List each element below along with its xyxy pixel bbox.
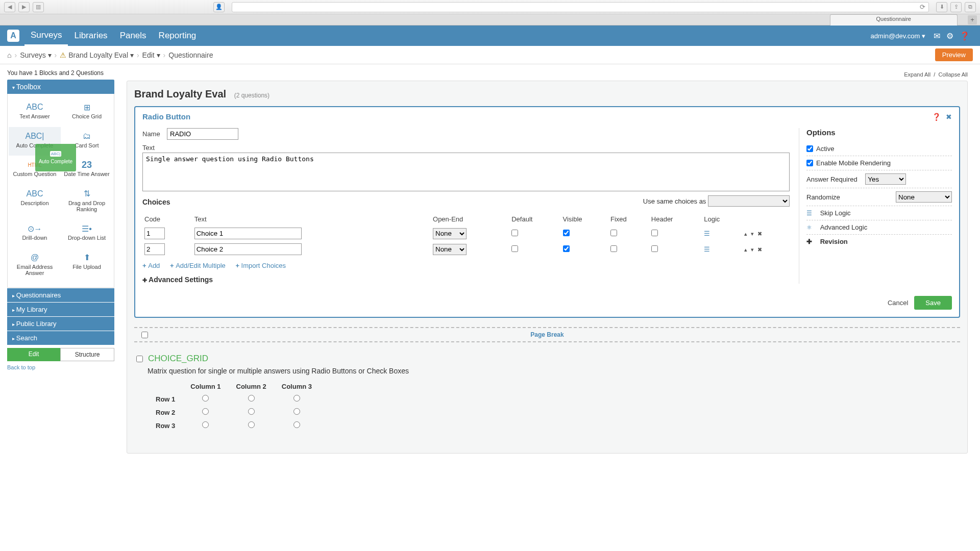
choices-table: Code Text Open-End Default Visible Fixed… — [142, 212, 790, 258]
bc-survey[interactable]: ⚠Brand Loyalty Eval ▾ — [60, 51, 134, 59]
fixed-checkbox[interactable] — [610, 245, 617, 252]
new-tab-button[interactable]: + — [968, 15, 977, 24]
tool-dropdown-list[interactable]: ☰•Drop-down List — [61, 219, 113, 248]
fixed-checkbox[interactable] — [610, 230, 617, 236]
openend-select[interactable]: None — [433, 244, 467, 255]
browser-tab[interactable]: Questionnaire — [830, 14, 958, 26]
tool-choice-grid[interactable]: ⊞Choice Grid — [61, 98, 113, 127]
grid-radio[interactable] — [202, 395, 209, 402]
pagebreak-checkbox[interactable] — [141, 332, 148, 338]
acc-public-library[interactable]: Public Library — [7, 317, 114, 331]
nav-sidebar-icon[interactable]: ▥ — [33, 2, 44, 12]
logic-icon[interactable]: ☰ — [704, 230, 710, 237]
collapse-all[interactable]: Collapse All — [939, 71, 968, 78]
text-input[interactable]: Single answer question using Radio Butto… — [142, 153, 790, 191]
col-header: Header — [650, 213, 702, 225]
choice-text-input[interactable] — [194, 243, 302, 255]
grid-radio[interactable] — [293, 408, 300, 415]
nav-reporting[interactable]: Reporting — [153, 27, 203, 45]
logic-icon[interactable]: ☰ — [704, 245, 710, 253]
active-checkbox[interactable] — [806, 145, 813, 152]
save-button[interactable]: Save — [914, 296, 952, 310]
nav-surveys[interactable]: Surveys — [24, 26, 68, 46]
visible-checkbox[interactable] — [563, 245, 570, 252]
q2-checkbox[interactable] — [136, 356, 143, 362]
advanced-settings[interactable]: Advanced Settings — [142, 276, 790, 284]
row-controls[interactable]: ▴ ▾ ✖ — [744, 246, 763, 253]
tool-text-answer[interactable]: ABCText Answer — [9, 98, 61, 127]
tool-email-answer[interactable]: @Email Address Answer — [9, 248, 61, 284]
default-checkbox[interactable] — [511, 230, 518, 236]
tool-drill-down[interactable]: ⊙→Drill-down — [9, 219, 61, 248]
mail-icon[interactable]: ✉ — [934, 31, 940, 41]
tabs-icon[interactable]: ⧉ — [965, 2, 976, 12]
tool-description[interactable]: ABCDescription — [9, 185, 61, 220]
address-bar[interactable]: ⟳ — [232, 2, 929, 12]
same-choices-select[interactable] — [708, 195, 790, 207]
choice-text-input[interactable] — [194, 228, 302, 239]
active-label: Active — [816, 145, 834, 153]
openend-select[interactable]: None — [433, 228, 467, 239]
grid-radio[interactable] — [248, 408, 255, 415]
nav-forward-icon[interactable]: ▶ — [18, 2, 30, 12]
acc-my-library[interactable]: My Library — [7, 303, 114, 316]
nav-back-icon[interactable]: ◀ — [4, 2, 15, 12]
tab-edit[interactable]: Edit — [7, 348, 60, 361]
acc-questionnaires[interactable]: Questionnaires — [7, 288, 114, 302]
share-icon[interactable]: ⇪ — [950, 2, 962, 12]
tool-custom-question[interactable]: HTMLCustom Question — [9, 156, 61, 185]
add-edit-multiple[interactable]: Add/Edit Multiple — [170, 262, 226, 269]
tool-file-upload[interactable]: ⬆File Upload — [61, 248, 113, 284]
header-checkbox[interactable] — [651, 245, 658, 252]
cancel-button[interactable]: Cancel — [888, 299, 908, 307]
q2-title[interactable]: CHOICE_GRID — [148, 354, 208, 364]
toolbox-header[interactable]: Toolbox — [7, 80, 114, 94]
randomize-select[interactable]: None — [896, 191, 952, 203]
bc-surveys[interactable]: Surveys ▾ — [20, 51, 51, 59]
reader-icon[interactable]: 👤 — [213, 2, 225, 12]
tool-drag-drop-ranking[interactable]: ⇅Drag and Drop Ranking — [61, 185, 113, 220]
sidebar: You have 1 Blocks and 2 Questions Toolbo… — [0, 64, 114, 461]
tool-auto-complete[interactable]: ABC|Auto Complete — [9, 127, 61, 156]
nav-panels[interactable]: Panels — [114, 27, 153, 45]
skip-logic-row[interactable]: ☰ Skip Logic — [806, 206, 952, 220]
nav-libraries[interactable]: Libraries — [68, 27, 113, 45]
page-break[interactable]: Page Break — [134, 327, 960, 342]
grid-radio[interactable] — [248, 395, 255, 402]
download-icon[interactable]: ⬇ — [936, 2, 947, 12]
choice-code-input[interactable] — [144, 228, 165, 239]
choice-code-input[interactable] — [144, 243, 165, 255]
back-to-top[interactable]: Back to top — [7, 364, 114, 370]
grid-radio[interactable] — [248, 421, 255, 428]
preview-button[interactable]: Preview — [935, 48, 973, 61]
import-choices[interactable]: Import Choices — [235, 262, 286, 269]
user-menu[interactable]: admin@dev.com ▾ — [871, 32, 925, 40]
advanced-logic-row[interactable]: ⚛ Advanced Logic — [806, 220, 952, 235]
gear-icon[interactable]: ⚙ — [946, 31, 953, 41]
blocks-info: You have 1 Blocks and 2 Questions — [7, 69, 114, 77]
editor-close-icon[interactable]: ✖ — [946, 113, 952, 121]
visible-checkbox[interactable] — [563, 230, 570, 236]
header-checkbox[interactable] — [651, 230, 658, 236]
acc-search[interactable]: Search — [7, 331, 114, 345]
revision-row[interactable]: ✚ Revision — [806, 235, 952, 248]
bc-edit[interactable]: Edit ▾ — [142, 51, 160, 59]
expand-all[interactable]: Expand All — [904, 71, 930, 78]
grid-radio[interactable] — [202, 408, 209, 415]
grid-radio[interactable] — [293, 395, 300, 402]
app-logo[interactable]: A — [7, 30, 19, 42]
required-select[interactable]: Yes — [865, 173, 906, 185]
home-icon[interactable]: ⌂ — [7, 51, 11, 59]
grid-radio[interactable] — [202, 421, 209, 428]
help-icon[interactable]: ❓ — [960, 31, 970, 41]
mobile-checkbox[interactable] — [806, 160, 813, 166]
tool-card-sort[interactable]: 🗂Card Sort — [61, 127, 113, 156]
editor-help-icon[interactable]: ❓ — [932, 113, 941, 121]
add-choice[interactable]: Add — [142, 262, 160, 269]
grid-radio[interactable] — [293, 421, 300, 428]
tab-structure[interactable]: Structure — [60, 348, 114, 361]
row-controls[interactable]: ▴ ▾ ✖ — [744, 231, 763, 237]
tool-date-time[interactable]: 23Date Time Answer — [61, 156, 113, 185]
name-input[interactable] — [167, 128, 238, 140]
default-checkbox[interactable] — [511, 245, 518, 252]
